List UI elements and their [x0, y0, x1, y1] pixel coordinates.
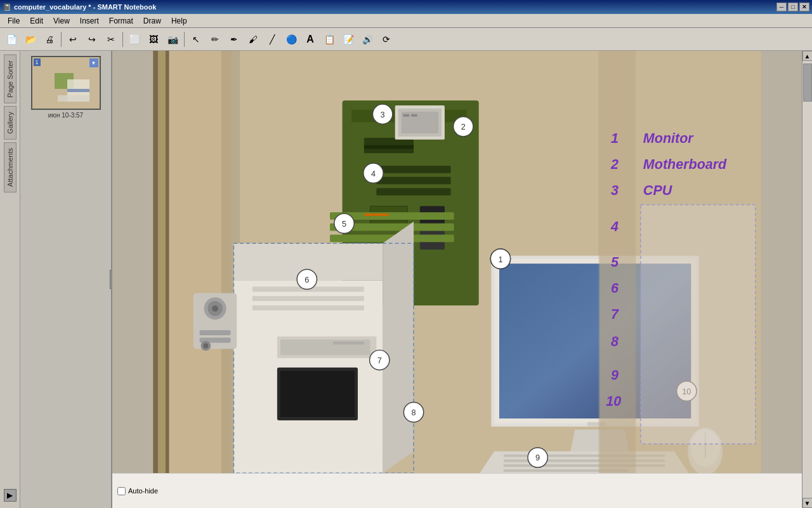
- app-icon: 📓: [3, 3, 11, 11]
- menu-view[interactable]: View: [48, 15, 75, 27]
- title-bar-controls: ─ □ ✕: [776, 3, 809, 11]
- svg-rect-41: [252, 305, 364, 311]
- svg-rect-36: [333, 342, 364, 345]
- page-date: июн 10-3:57: [48, 112, 83, 119]
- svg-text:5: 5: [611, 255, 619, 270]
- menu-edit[interactable]: Edit: [25, 15, 48, 27]
- menu-insert[interactable]: Insert: [75, 15, 104, 27]
- sound-button[interactable]: 🔊: [358, 30, 376, 48]
- slide-svg: 1: [112, 51, 802, 473]
- svg-rect-15: [376, 188, 450, 196]
- autohide-label: Auto-hide: [128, 487, 158, 495]
- svg-text:6: 6: [611, 281, 619, 296]
- page-thumbnail-1[interactable]: 1 ▼: [31, 56, 101, 110]
- svg-text:3: 3: [381, 110, 385, 119]
- brush-tool[interactable]: 🖌: [244, 30, 262, 48]
- menu-bar: File Edit View Insert Format Draw Help: [0, 14, 812, 28]
- scroll-up-button[interactable]: ▲: [802, 51, 813, 61]
- svg-text:7: 7: [377, 356, 382, 365]
- title-bar: 📓 computer_vocabulary * - SMART Notebook…: [0, 0, 812, 14]
- svg-text:Monitor: Monitor: [643, 131, 694, 146]
- svg-rect-25: [403, 114, 409, 117]
- svg-rect-40: [252, 296, 364, 301]
- svg-text:9: 9: [535, 453, 540, 462]
- screenshot-button[interactable]: 📷: [164, 30, 181, 48]
- svg-rect-4: [58, 95, 89, 102]
- sidebar-tab-attachments[interactable]: Attachments: [4, 142, 16, 192]
- pen2-tool[interactable]: ✒: [225, 30, 243, 48]
- svg-text:4: 4: [371, 169, 376, 178]
- svg-text:9: 9: [611, 368, 619, 383]
- svg-text:2: 2: [610, 157, 619, 172]
- svg-rect-30: [364, 213, 389, 216]
- svg-text:7: 7: [611, 307, 619, 322]
- svg-text:CPU: CPU: [643, 183, 672, 198]
- toolbar: 📄 📂 🖨 ↩ ↪ ✂ ⬜ 🖼 📷 ↖ ✏ ✒ 🖌 ╱ 🔵 A 📋 📝 🔊 ⟳: [0, 28, 812, 51]
- svg-rect-8: [166, 51, 169, 473]
- svg-rect-38: [280, 371, 355, 417]
- select-tool[interactable]: ↖: [187, 30, 205, 48]
- svg-text:Motherboard: Motherboard: [643, 157, 727, 172]
- paste-button[interactable]: 📋: [320, 30, 338, 48]
- close-button[interactable]: ✕: [799, 3, 809, 11]
- main-layout: Page Sorter Gallery Attachments ▶ 1 ▼ ию…: [0, 51, 812, 508]
- pen-tool[interactable]: ✏: [206, 30, 224, 48]
- menu-help[interactable]: Help: [166, 15, 192, 27]
- line-tool[interactable]: ╱: [263, 30, 281, 48]
- text-tool[interactable]: A: [301, 30, 319, 48]
- new-button[interactable]: 📄: [3, 30, 20, 48]
- shape-tool[interactable]: 🔵: [282, 30, 300, 48]
- scrollbar-vertical: ▲ ▼: [802, 51, 812, 508]
- toolbar-sep-2: [122, 32, 123, 47]
- slide-outer: 1: [112, 51, 802, 473]
- svg-text:4: 4: [610, 219, 619, 234]
- scroll-down-button[interactable]: ▼: [802, 498, 813, 508]
- refresh-button[interactable]: ⟳: [377, 30, 395, 48]
- open-button[interactable]: 📂: [22, 30, 39, 48]
- notes-button[interactable]: 📝: [339, 30, 357, 48]
- svg-rect-6: [153, 51, 158, 473]
- title-bar-left: 📓 computer_vocabulary * - SMART Notebook: [3, 3, 156, 11]
- insert-table-button[interactable]: 🖼: [145, 30, 162, 48]
- scroll-track: [802, 61, 812, 498]
- svg-text:8: 8: [412, 408, 416, 417]
- sidebar-arrow[interactable]: ▶: [4, 489, 16, 502]
- svg-rect-65: [200, 330, 231, 335]
- svg-rect-13: [376, 166, 450, 173]
- svg-rect-14: [376, 177, 450, 185]
- canvas-area: ▲ ▼: [112, 51, 812, 508]
- svg-text:1: 1: [611, 131, 619, 146]
- svg-text:6: 6: [304, 275, 309, 284]
- sidebar-tab-page-sorter[interactable]: Page Sorter: [4, 55, 16, 104]
- svg-text:2: 2: [461, 122, 466, 131]
- redo-button[interactable]: ↪: [83, 30, 101, 48]
- svg-text:3: 3: [611, 183, 619, 198]
- menu-draw[interactable]: Draw: [138, 15, 166, 27]
- page-dropdown[interactable]: ▼: [89, 58, 98, 67]
- page-sorter-panel: 1 ▼ июн 10-3:57 ◀: [20, 51, 112, 508]
- svg-point-68: [204, 344, 209, 349]
- svg-text:5: 5: [342, 219, 346, 229]
- sidebar-tab-gallery[interactable]: Gallery: [4, 106, 16, 140]
- print-button[interactable]: 🖨: [41, 30, 58, 48]
- menu-file[interactable]: File: [3, 15, 25, 27]
- svg-rect-104: [641, 205, 756, 444]
- page-num-badge: 1: [34, 58, 41, 66]
- svg-marker-33: [383, 222, 414, 473]
- undo-button[interactable]: ↩: [64, 30, 82, 48]
- autohide-container: Auto-hide: [112, 474, 802, 508]
- autohide-checkbox[interactable]: [117, 487, 126, 495]
- toolbar-sep-1: [61, 32, 62, 47]
- svg-point-64: [212, 305, 218, 312]
- svg-text:1: 1: [498, 255, 502, 264]
- scroll-thumb[interactable]: [803, 64, 812, 102]
- svg-rect-7: [158, 51, 166, 473]
- minimize-button[interactable]: ─: [776, 3, 787, 11]
- menu-format[interactable]: Format: [104, 15, 138, 27]
- svg-rect-17: [364, 145, 414, 149]
- maximize-button[interactable]: □: [788, 3, 798, 11]
- bottom-panel: Auto-hide: [112, 473, 802, 508]
- insert-image-button[interactable]: ⬜: [126, 30, 143, 48]
- cut-button[interactable]: ✂: [102, 30, 120, 48]
- toolbar-sep-3: [184, 32, 185, 47]
